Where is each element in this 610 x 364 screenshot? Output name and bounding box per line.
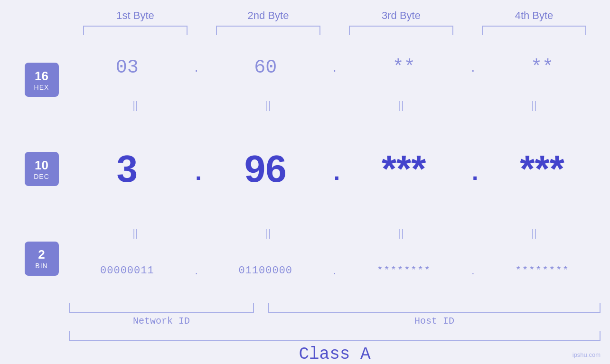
hex-cell-b2: 60	[213, 57, 318, 78]
hex-value-b4: **	[490, 57, 594, 78]
dec-badge: 10 DEC	[25, 152, 59, 186]
hex-number: 16	[35, 69, 48, 84]
eq2: ||	[216, 101, 320, 110]
content-area: 16 HEX 10 DEC 2 BIN 03 . 60	[0, 35, 610, 303]
class-label: Class A	[69, 345, 601, 364]
bin-cell-b3: ********	[352, 265, 456, 277]
main-container: 1st Byte 2nd Byte 3rd Byte 4th Byte 16 H…	[0, 0, 610, 364]
bin-value-b1: 00000011	[75, 265, 179, 277]
bin-cell-b4: ********	[490, 265, 594, 277]
hex-badge: 16 HEX	[25, 63, 59, 97]
bin-badge: 2 BIN	[25, 242, 59, 276]
hex-cell-b1: 03	[75, 57, 179, 78]
host-id-label: Host ID	[268, 316, 601, 327]
bin-value-b4: ********	[490, 265, 594, 277]
eq8: ||	[482, 229, 586, 237]
network-id-bracket	[69, 303, 254, 313]
hex-dot-1: .	[192, 63, 201, 75]
bin-dot-2: .	[330, 267, 339, 277]
bin-value-b2: 01100000	[213, 265, 318, 277]
label-spacer	[254, 316, 268, 327]
dec-cell-b1: 3	[75, 150, 179, 188]
bottom-bracket-section: Network ID Host ID	[0, 303, 610, 327]
bin-data-row: 00000011 . 01100000 . ******** . *******…	[69, 238, 601, 303]
network-id-label: Network ID	[69, 316, 254, 327]
equals-dec-bin: || || || ||	[69, 228, 601, 238]
hex-value-b3: **	[352, 57, 456, 78]
host-id-bracket	[268, 303, 601, 313]
dec-cell-b3: ***	[352, 150, 456, 188]
bottom-brackets-row	[69, 303, 601, 313]
eq4: ||	[482, 101, 586, 110]
bracket-b2	[216, 26, 320, 35]
bracket-b3	[349, 26, 453, 35]
dec-dot-2: .	[330, 161, 339, 187]
dec-cell-b4: ***	[490, 150, 594, 188]
bin-value-b3: ********	[352, 265, 456, 277]
byte-headers: 1st Byte 2nd Byte 3rd Byte 4th Byte	[0, 0, 610, 22]
dec-value-b1: 3	[75, 150, 179, 188]
data-grid: 03 . 60 . ** . ** || || || ||	[69, 35, 601, 303]
bracket-b4	[482, 26, 586, 35]
label-column: 16 HEX 10 DEC 2 BIN	[14, 35, 69, 303]
class-bracket	[69, 331, 601, 341]
eq6: ||	[216, 229, 320, 237]
watermark: ipshu.com	[572, 351, 601, 358]
dec-number: 10	[35, 158, 48, 173]
bin-cell-b1: 00000011	[75, 265, 179, 277]
eq3: ||	[349, 101, 453, 110]
eq5: ||	[83, 229, 188, 237]
dec-value-b3: ***	[352, 150, 456, 188]
dec-label: DEC	[34, 173, 49, 180]
equals-hex-dec: || || || ||	[69, 100, 601, 111]
byte1-header: 1st Byte	[83, 9, 188, 22]
byte2-header: 2nd Byte	[216, 9, 320, 22]
dec-value-b2: 96	[213, 150, 318, 188]
dec-cell-b2: 96	[213, 150, 318, 188]
hex-dot-2: .	[330, 63, 339, 75]
bracket-spacer	[254, 303, 268, 313]
dec-value-b4: ***	[490, 150, 594, 188]
bin-dot-1: .	[192, 267, 201, 277]
class-footer: Class A	[0, 331, 610, 364]
hex-cell-b3: **	[352, 57, 456, 78]
bracket-label-row: Network ID Host ID	[69, 316, 601, 327]
hex-label: HEX	[34, 84, 49, 91]
hex-data-row: 03 . 60 . ** . **	[69, 35, 601, 100]
dec-data-row: 3 . 96 . *** . ***	[69, 111, 601, 228]
hex-cell-b4: **	[490, 57, 594, 78]
eq1: ||	[83, 101, 188, 110]
hex-value-b2: 60	[213, 57, 318, 78]
top-brackets	[0, 26, 610, 35]
hex-dot-3: .	[468, 63, 478, 75]
eq7: ||	[349, 229, 453, 237]
dec-dot-1: .	[192, 161, 201, 187]
bin-dot-3: .	[468, 267, 478, 277]
byte4-header: 4th Byte	[482, 9, 586, 22]
bin-cell-b2: 01100000	[213, 265, 318, 277]
dec-dot-3: .	[468, 161, 478, 187]
bracket-b1	[83, 26, 188, 35]
bin-number: 2	[38, 247, 45, 262]
hex-value-b1: 03	[75, 57, 179, 78]
bin-label: BIN	[35, 262, 47, 270]
byte3-header: 3rd Byte	[349, 9, 453, 22]
